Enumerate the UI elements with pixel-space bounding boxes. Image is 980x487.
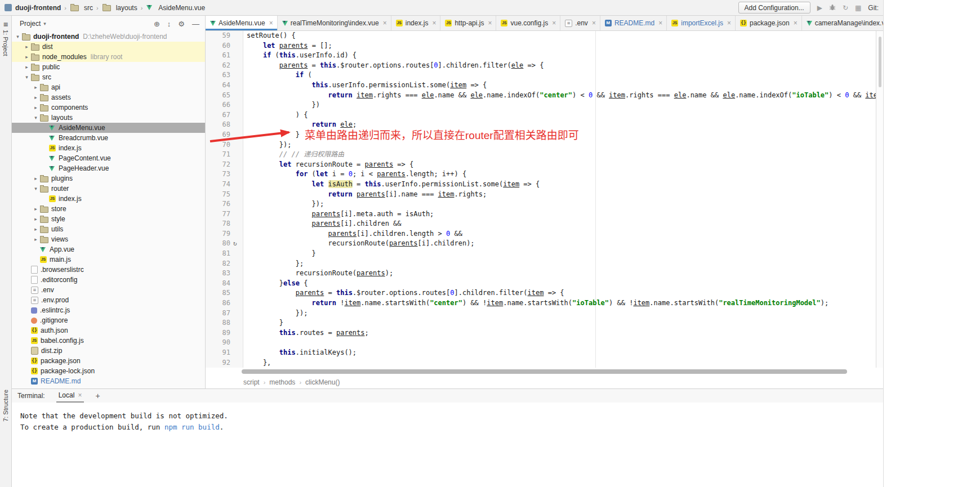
chevron-down-icon[interactable]: ▾	[32, 186, 39, 191]
chevron-down-icon[interactable]: ▾	[14, 34, 21, 39]
gutter[interactable]: 86	[206, 298, 243, 309]
gutter[interactable]: 80↻	[206, 239, 243, 249]
gutter[interactable]: 61	[206, 51, 243, 61]
tree-item-plugins[interactable]: ▸plugins	[12, 173, 205, 184]
tree-item-main.js[interactable]: JSmain.js	[12, 254, 205, 265]
tree-item-components[interactable]: ▸components	[12, 102, 205, 113]
gutter[interactable]: 72	[206, 160, 243, 170]
debug-icon[interactable]	[829, 4, 836, 12]
terminal-tab-local[interactable]: Local ×	[56, 389, 84, 403]
git-branch-label[interactable]: Git:	[868, 4, 879, 12]
chevron-right-icon[interactable]: ▸	[32, 176, 39, 181]
close-icon[interactable]: ×	[658, 19, 662, 27]
chevron-right-icon[interactable]: ▸	[23, 64, 30, 70]
settings-gear-icon[interactable]: ⚙	[178, 20, 185, 28]
tree-item-api[interactable]: ▸api	[12, 82, 205, 92]
gutter[interactable]: 71	[206, 150, 243, 160]
editor-breadcrumb-clickMenu()[interactable]: clickMenu()	[305, 378, 340, 386]
chevron-right-icon[interactable]: ▸	[32, 206, 39, 212]
tab-http-api.js[interactable]: JShttp-api.js×	[440, 16, 496, 30]
close-icon[interactable]: ×	[78, 391, 82, 399]
new-terminal-tab-icon[interactable]: +	[95, 391, 100, 400]
breadcrumb-item-AsideMenu.vue[interactable]: AsideMenu.vue	[146, 4, 205, 12]
gutter[interactable]: 60	[206, 41, 243, 51]
tree-item-duoji-frontend[interactable]: ▾duoji-frontendD:\zheheWeb\duoji-fronten…	[12, 32, 205, 42]
tree-item-package-lock.json[interactable]: {}package-lock.json	[12, 366, 205, 376]
breadcrumb-item-layouts[interactable]: layouts	[102, 4, 137, 12]
tree-item-dist.zip[interactable]: dist.zip	[12, 346, 205, 356]
chevron-right-icon[interactable]: ▸	[32, 236, 39, 242]
gutter[interactable]: 92	[206, 358, 243, 368]
tree-item-layouts[interactable]: ▾layouts	[12, 113, 205, 123]
tab-vue.config.js[interactable]: JSvue.config.js×	[496, 16, 560, 30]
tree-item-.eslintrc.js[interactable]: .eslintrc.js	[12, 305, 205, 315]
editor-breadcrumb-script[interactable]: script	[243, 378, 260, 386]
tree-item-App.vue[interactable]: App.vue	[12, 244, 205, 254]
gutter[interactable]: 67	[206, 110, 243, 120]
expand-collapse-icon[interactable]: ↕	[167, 20, 171, 28]
tree-item-README.md[interactable]: MREADME.md	[12, 376, 205, 386]
tree-item-index.js[interactable]: JSindex.js	[12, 143, 205, 153]
add-configuration-button[interactable]: Add Configuration...	[738, 2, 810, 14]
editor-breadcrumb-methods[interactable]: methods	[269, 378, 295, 386]
gutter[interactable]: 73	[206, 169, 243, 180]
tree-item-node_modules[interactable]: ▸node_moduleslibrary root	[12, 52, 205, 62]
gutter[interactable]: 83	[206, 269, 243, 279]
tree-item-store[interactable]: ▸store	[12, 204, 205, 214]
gutter[interactable]: 85	[206, 288, 243, 298]
tree-item-assets[interactable]: ▸assets	[12, 92, 205, 102]
chevron-down-icon[interactable]: ▾	[43, 21, 46, 26]
locate-file-icon[interactable]: ⊕	[154, 20, 160, 28]
tree-item-package.json[interactable]: {}package.json	[12, 356, 205, 366]
tree-item-AsideMenu.vue[interactable]: AsideMenu.vue	[12, 123, 205, 133]
tree-item-.browserslistrc[interactable]: .browserslistrc	[12, 265, 205, 275]
tree-item-Breadcrumb.vue[interactable]: Breadcrumb.vue	[12, 133, 205, 143]
close-icon[interactable]: ×	[269, 19, 273, 27]
run-icon[interactable]: ▶	[817, 5, 822, 11]
tree-item-views[interactable]: ▸views	[12, 234, 205, 244]
chevron-right-icon[interactable]: ▸	[32, 84, 39, 90]
gutter[interactable]: 63	[206, 70, 243, 81]
gutter[interactable]: 88	[206, 318, 243, 328]
gutter[interactable]: 64	[206, 81, 243, 91]
gutter[interactable]: 74	[206, 180, 243, 190]
horizontal-scrollbar-thumb[interactable]	[242, 369, 847, 374]
tree-item-public[interactable]: ▸public	[12, 62, 205, 72]
gutter[interactable]: 84	[206, 279, 243, 289]
close-icon[interactable]: ×	[552, 19, 556, 27]
close-icon[interactable]: ×	[383, 19, 387, 27]
gutter[interactable]: 79	[206, 229, 243, 239]
tree-item-.gitignore[interactable]: .gitignore	[12, 315, 205, 325]
tab-AsideMenu.vue[interactable]: AsideMenu.vue×	[206, 16, 278, 30]
chevron-down-icon[interactable]: ▾	[23, 74, 30, 80]
close-icon[interactable]: ×	[727, 19, 731, 27]
chevron-right-icon[interactable]: ▸	[23, 54, 30, 60]
tree-item-PageContent.vue[interactable]: PageContent.vue	[12, 153, 205, 163]
tool-window-structure-button[interactable]: 7: Structure	[0, 387, 11, 424]
gutter[interactable]: 68	[206, 120, 243, 130]
tab-realTimeMonitoring\index.vue[interactable]: realTimeMonitoring\index.vue×	[278, 16, 391, 30]
horizontal-scrollbar[interactable]	[206, 368, 883, 376]
tree-item-index.js[interactable]: JSindex.js	[12, 194, 205, 204]
tree-item-.env[interactable]: ≡.env	[12, 285, 205, 295]
gutter[interactable]: 90	[206, 338, 243, 348]
editor-scrollbar[interactable]	[876, 31, 883, 368]
chevron-right-icon[interactable]: ▸	[32, 105, 39, 110]
tree-item-style[interactable]: ▸style	[12, 214, 205, 224]
gutter[interactable]: 81	[206, 249, 243, 259]
terminal-output[interactable]: Note that the development build is not o…	[12, 403, 883, 487]
gutter[interactable]: 91	[206, 348, 243, 358]
gutter[interactable]: 78	[206, 219, 243, 229]
hide-panel-icon[interactable]: —	[192, 20, 199, 28]
tab-cameraManage\index.vue[interactable]: cameraManage\index.vue×	[802, 16, 883, 30]
tree-item-PageHeader.vue[interactable]: PageHeader.vue	[12, 163, 205, 173]
gutter[interactable]: 69	[206, 130, 243, 140]
tab-package.json[interactable]: {}package.json×	[736, 16, 802, 30]
breadcrumb-item-duoji-frontend[interactable]: duoji-frontend	[15, 4, 61, 12]
gutter[interactable]: 82	[206, 259, 243, 269]
gutter[interactable]: 65	[206, 91, 243, 101]
tab-README.md[interactable]: MREADME.md×	[600, 16, 667, 30]
gutter[interactable]: 87	[206, 309, 243, 319]
tab-importExcel.js[interactable]: JSimportExcel.js×	[667, 16, 736, 30]
close-icon[interactable]: ×	[488, 19, 492, 27]
